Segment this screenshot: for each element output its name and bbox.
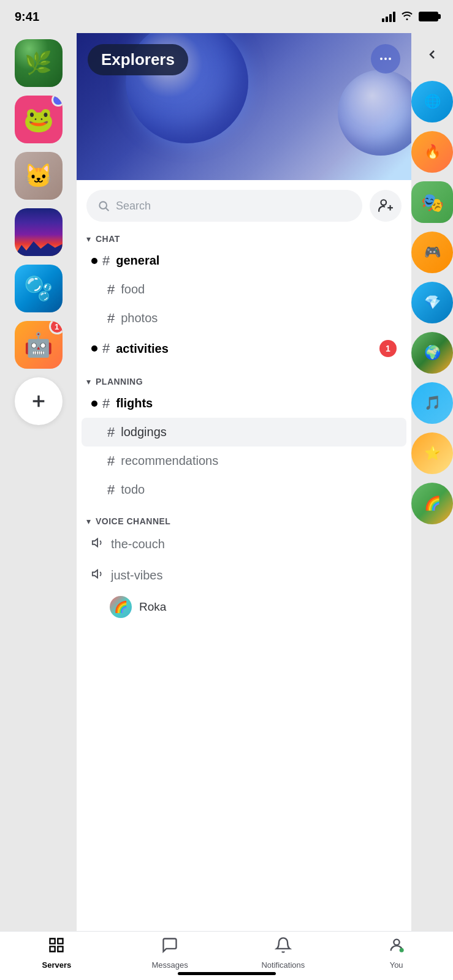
right-server-5[interactable]: 💎	[411, 282, 453, 323]
svg-marker-10	[93, 539, 97, 547]
tab-you[interactable]: You	[340, 937, 453, 970]
roka-avatar: 🌈	[110, 596, 132, 618]
status-icons	[382, 10, 438, 23]
channel-name-todo: todo	[121, 483, 397, 497]
tab-notifications[interactable]: Notifications	[227, 937, 340, 970]
server-banner: Explorers	[77, 33, 411, 180]
thread-dot	[91, 401, 97, 407]
right-server-2[interactable]: 🔥	[411, 131, 453, 173]
tab-servers[interactable]: Servers	[0, 937, 113, 970]
activities-badge: 1	[379, 340, 397, 357]
chat-chevron-icon: ▾	[86, 234, 91, 244]
back-arrow[interactable]	[417, 39, 447, 70]
channel-flights[interactable]: # flights	[82, 389, 406, 418]
channel-name-photos: photos	[121, 311, 397, 325]
server-icon-cat[interactable]: 🐱	[15, 152, 63, 200]
svg-point-5	[99, 202, 107, 209]
tab-you-label: You	[390, 960, 403, 970]
right-server-6[interactable]: 🌍	[411, 332, 453, 374]
wifi-icon	[400, 10, 414, 23]
channel-todo[interactable]: # todo	[82, 475, 406, 504]
channel-list: Search ▾ CHAT # general #	[77, 180, 411, 635]
voice-channel-just-vibes[interactable]: just-vibes	[82, 560, 406, 591]
voice-user-roka[interactable]: 🌈 Roka	[77, 591, 411, 623]
svg-point-12	[394, 939, 399, 944]
channel-photos[interactable]: # photos	[82, 304, 406, 333]
sunset-icon	[15, 208, 63, 256]
tab-servers-label: Servers	[42, 960, 72, 970]
thread-dot	[91, 345, 97, 352]
hash-icon: #	[107, 454, 115, 468]
voice-section-title: VOICE CHANNEL	[96, 516, 170, 526]
speaker-icon	[91, 536, 105, 552]
channel-lodgings[interactable]: # lodgings	[82, 418, 406, 447]
right-server-8[interactable]: ⭐	[411, 432, 453, 474]
right-server-7[interactable]: 🎵	[411, 382, 453, 424]
right-server-4[interactable]: 🎮	[411, 232, 453, 273]
svg-marker-11	[93, 570, 97, 578]
you-icon	[388, 937, 405, 958]
cat-icon: 🐱	[15, 152, 63, 200]
main-content: Explorers Search	[77, 33, 411, 931]
voice-section-header[interactable]: ▾ VOICE CHANNEL	[77, 511, 411, 529]
add-server-button[interactable]	[15, 377, 63, 425]
planning-section-title: PLANNING	[96, 377, 143, 386]
channel-name-activities: activities	[116, 342, 379, 356]
messages-icon	[161, 937, 178, 958]
home-indicator	[178, 972, 276, 975]
tab-notifications-label: Notifications	[261, 960, 305, 970]
hash-icon: #	[107, 483, 115, 497]
server-name: Explorers	[88, 44, 188, 75]
more-options-button[interactable]	[371, 44, 400, 74]
server-icon-robot[interactable]: 🤖 1	[15, 321, 63, 369]
capsule-icon: 🫧	[15, 265, 63, 312]
server-icon-sunset[interactable]	[15, 208, 63, 256]
svg-point-3	[384, 58, 387, 60]
add-friend-icon	[378, 198, 394, 214]
svg-point-4	[389, 58, 391, 60]
channel-name-lodgings: lodgings	[121, 425, 397, 439]
hash-icon: #	[102, 254, 110, 268]
svg-point-7	[381, 200, 386, 205]
planning-section-header[interactable]: ▾ PLANNING	[77, 372, 411, 389]
channel-recommendations[interactable]: # recommendations	[82, 447, 406, 475]
servers-icon	[48, 937, 65, 958]
svg-point-13	[399, 948, 403, 952]
right-server-1[interactable]: 🌐	[411, 81, 453, 123]
svg-point-2	[380, 58, 383, 60]
chat-section-title: CHAT	[96, 234, 120, 244]
channel-name-recommendations: recommendations	[121, 454, 397, 468]
channel-name-general: general	[116, 254, 397, 268]
notifications-icon	[275, 937, 292, 958]
voice-channel-name-vibes: just-vibes	[111, 568, 162, 582]
tab-messages[interactable]: Messages	[113, 937, 227, 970]
leaves-icon: 🌿	[15, 39, 63, 87]
channel-food[interactable]: # food	[82, 275, 406, 304]
channel-general[interactable]: # general	[82, 246, 406, 275]
voice-channel-the-couch[interactable]: the-couch	[82, 529, 406, 560]
search-row: Search	[77, 180, 411, 229]
voice-channel-name-couch: the-couch	[111, 537, 165, 551]
channel-name-flights: flights	[116, 396, 397, 410]
hash-icon: #	[107, 312, 115, 325]
thread-dot	[91, 258, 97, 264]
status-bar: 9:41	[0, 0, 453, 33]
server-icon-leaves[interactable]: 🌿	[15, 39, 63, 87]
hash-icon: #	[107, 426, 115, 439]
voice-chevron-icon: ▾	[86, 516, 91, 526]
planning-chevron-icon: ▾	[86, 377, 91, 386]
search-bar[interactable]: Search	[86, 190, 362, 222]
signal-icon	[382, 11, 395, 22]
right-server-3[interactable]: 🎭	[411, 181, 453, 223]
battery-icon	[419, 12, 438, 21]
right-sidebar: 🌐 🔥 🎭 🎮 💎 🌍 🎵 ⭐ 🌈	[411, 33, 453, 931]
server-icon-capsule[interactable]: 🫧	[15, 265, 63, 312]
left-sidebar: 🌿 🐸 🐱 🫧 🤖 1	[0, 33, 77, 931]
right-server-9[interactable]: 🌈	[411, 483, 453, 524]
add-friend-button[interactable]	[370, 190, 402, 222]
search-input-placeholder: Search	[116, 200, 151, 213]
channel-activities[interactable]: # activities 1	[82, 333, 406, 364]
hash-icon: #	[102, 342, 110, 355]
server-icon-frog[interactable]: 🐸	[15, 96, 63, 143]
chat-section-header[interactable]: ▾ CHAT	[77, 229, 411, 246]
